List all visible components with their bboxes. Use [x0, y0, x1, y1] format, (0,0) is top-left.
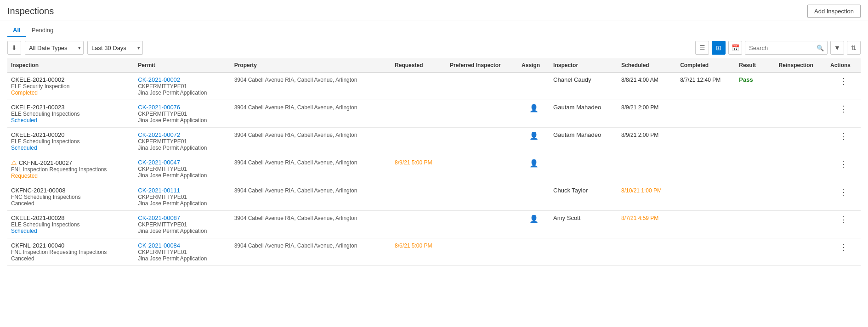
date-type-select[interactable]: All Date TypesRequested DateScheduled Da… — [25, 41, 84, 55]
cell-assign[interactable]: 👤 — [518, 211, 550, 238]
cell-assign[interactable]: 👤 — [518, 155, 550, 183]
inspection-type: FNL Inspection Requesting Inspections — [11, 166, 130, 173]
cell-permit: CK-2021-00047 CKPERMITTYPE01 Jina Jose P… — [134, 155, 230, 183]
cell-reinspection — [775, 211, 827, 238]
permit-link[interactable]: CK-2021-00084 — [138, 242, 180, 249]
cell-completed — [676, 128, 735, 155]
permit-link[interactable]: CK-2021-00072 — [138, 131, 180, 138]
cell-reinspection — [775, 238, 827, 266]
col-header-reinspection: Reinspection — [775, 58, 827, 73]
row-actions-button[interactable]: ⋮ — [837, 242, 851, 252]
tab-pending[interactable]: Pending — [26, 24, 59, 37]
inspection-type: ELE Scheduling Inspections — [11, 221, 130, 228]
toolbar-left: ⬇ All Date TypesRequested DateScheduled … — [7, 41, 143, 55]
inspection-id: CKELE-2021-00023 — [11, 104, 64, 111]
row-actions-button[interactable]: ⋮ — [837, 76, 851, 86]
cell-preferred-inspector — [446, 128, 518, 155]
search-wrapper: 🔍 — [745, 41, 828, 55]
assign-icon[interactable]: 👤 — [522, 104, 546, 113]
grid-view-button[interactable]: ⊞ — [712, 41, 726, 55]
row-actions-button[interactable]: ⋮ — [837, 214, 851, 225]
assign-icon[interactable]: 👤 — [522, 214, 546, 223]
property-address: 3904 Cabell Avenue RIA, Cabell Avenue, A… — [234, 104, 387, 112]
permit-app: Jina Jose Permit Application — [138, 200, 227, 207]
cell-inspection: CKELE-2021-00023 ELE Scheduling Inspecti… — [7, 100, 134, 128]
cell-requested: 8/6/21 5:00 PM — [391, 238, 446, 266]
cell-reinspection — [775, 128, 827, 155]
permit-type: CKPERMITTYPE01 — [138, 83, 227, 90]
inspection-id: CKELE-2021-00002 — [11, 76, 64, 83]
cell-scheduled — [618, 238, 676, 266]
cell-scheduled: 8/9/21 2:00 PM — [618, 128, 676, 155]
cell-reinspection — [775, 155, 827, 183]
inspection-status: Canceled — [11, 200, 130, 207]
tab-all[interactable]: All — [7, 24, 26, 37]
inspector-name: Chanel Caudy — [553, 76, 591, 83]
cell-permit: CK-2021-00087 CKPERMITTYPE01 Jina Jose P… — [134, 211, 230, 238]
download-button[interactable]: ⬇ — [7, 41, 21, 55]
row-actions-button[interactable]: ⋮ — [837, 131, 851, 141]
cell-result — [735, 155, 775, 183]
cell-assign[interactable]: 👤 — [518, 128, 550, 155]
cell-reinspection — [775, 183, 827, 211]
cell-preferred-inspector — [446, 183, 518, 211]
col-header-actions: Actions — [827, 58, 861, 73]
cell-permit: CK-2021-00002 CKPERMITTYPE01 Jina Jose P… — [134, 73, 230, 100]
list-view-button[interactable]: ☰ — [695, 41, 709, 55]
assign-icon[interactable]: 👤 — [522, 131, 546, 140]
permit-link[interactable]: CK-2021-00002 — [138, 76, 180, 83]
assign-icon[interactable]: 👤 — [522, 159, 546, 168]
cell-scheduled: 8/7/21 4:59 PM — [618, 211, 676, 238]
table-row: ⚠ CKFNL-2021-00027 FNL Inspection Reques… — [7, 155, 861, 183]
cell-permit: CK-2021-00111 CKPERMITTYPE01 Jina Jose P… — [134, 183, 230, 211]
row-actions-button[interactable]: ⋮ — [837, 104, 851, 114]
scheduled-date: 8/8/21 4:00 AM — [621, 77, 658, 83]
requested-date: 8/9/21 5:00 PM — [395, 159, 432, 166]
cell-requested — [391, 211, 446, 238]
cell-completed — [676, 183, 735, 211]
cell-assign[interactable]: 👤 — [518, 100, 550, 128]
cell-completed — [676, 238, 735, 266]
cell-requested: 8/9/21 5:00 PM — [391, 155, 446, 183]
col-header-inspection: Inspection — [7, 58, 134, 73]
cell-preferred-inspector — [446, 238, 518, 266]
cell-completed: 8/7/21 12:40 PM — [676, 73, 735, 100]
sort-button[interactable]: ⇅ — [847, 41, 861, 55]
cell-property: 3904 Cabell Avenue RIA, Cabell Avenue, A… — [231, 73, 391, 100]
cell-scheduled: 8/9/21 2:00 PM — [618, 100, 676, 128]
cell-inspector: Chuck Taylor — [550, 183, 618, 211]
table-row: CKFNC-2021-00008 FNC Scheduling Inspecti… — [7, 183, 861, 211]
cell-actions: ⋮ — [827, 128, 861, 155]
cell-actions: ⋮ — [827, 155, 861, 183]
search-input[interactable] — [745, 41, 828, 55]
date-range-select[interactable]: Last 30 DaysLast 7 DaysLast 60 DaysCusto… — [87, 41, 143, 55]
inspection-status: Scheduled — [11, 117, 130, 124]
scheduled-date: 8/7/21 4:59 PM — [621, 215, 658, 221]
permit-link[interactable]: CK-2021-00047 — [138, 159, 180, 166]
cell-result — [735, 100, 775, 128]
cell-assign — [518, 73, 550, 100]
inspector-name: Chuck Taylor — [553, 187, 588, 194]
filter-button[interactable]: ▼ — [830, 41, 844, 55]
calendar-view-button[interactable]: 📅 — [728, 41, 742, 55]
inspection-status: Scheduled — [11, 145, 130, 151]
permit-link[interactable]: CK-2021-00111 — [138, 187, 180, 194]
table-header: InspectionPermitPropertyRequestedPreferr… — [7, 58, 861, 73]
date-type-wrapper: All Date TypesRequested DateScheduled Da… — [25, 41, 84, 55]
inspection-id: CKFNC-2021-00008 — [11, 187, 66, 194]
property-address: 3904 Cabell Avenue RIA, Cabell Avenue, A… — [234, 131, 387, 139]
row-actions-button[interactable]: ⋮ — [837, 187, 851, 197]
cell-scheduled: 8/8/21 4:00 AM — [618, 73, 676, 100]
cell-permit: CK-2021-00072 CKPERMITTYPE01 Jina Jose P… — [134, 128, 230, 155]
col-header-assign: Assign — [518, 58, 550, 73]
permit-link[interactable]: CK-2021-00076 — [138, 104, 180, 111]
add-inspection-button[interactable]: Add Inspection — [807, 5, 861, 18]
cell-completed — [676, 100, 735, 128]
scheduled-date: 8/10/21 1:00 PM — [621, 187, 662, 194]
row-actions-button[interactable]: ⋮ — [837, 159, 851, 169]
cell-requested — [391, 73, 446, 100]
cell-inspection: ⚠ CKFNL-2021-00027 FNL Inspection Reques… — [7, 155, 134, 183]
permit-type: CKPERMITTYPE01 — [138, 138, 227, 145]
permit-link[interactable]: CK-2021-00087 — [138, 214, 180, 221]
inspection-type: ELE Scheduling Inspections — [11, 111, 130, 117]
